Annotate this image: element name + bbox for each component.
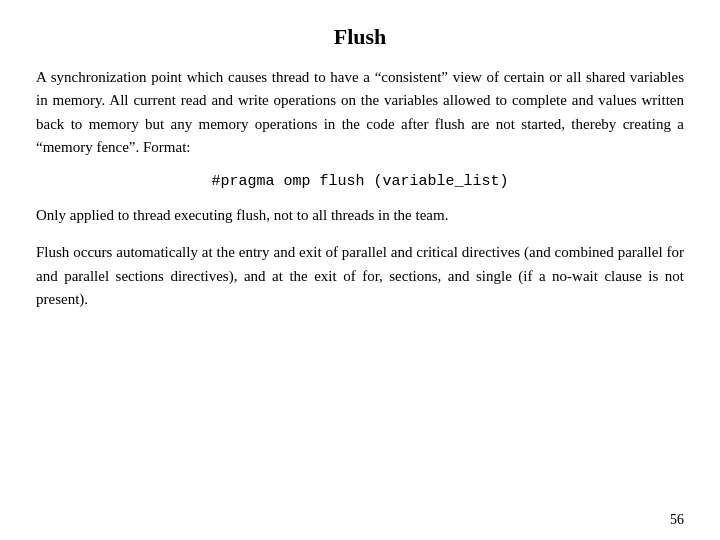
paragraph-3: Flush occurs automatically at the entry … [36,241,684,311]
slide-title: Flush [36,24,684,50]
paragraph-1: A synchronization point which causes thr… [36,66,684,159]
pragma-line: #pragma omp flush (variable_list) [36,173,684,190]
paragraph-2: Only applied to thread executing flush, … [36,204,684,227]
page-number: 56 [670,512,684,528]
slide-page: Flush A synchronization point which caus… [0,0,720,540]
